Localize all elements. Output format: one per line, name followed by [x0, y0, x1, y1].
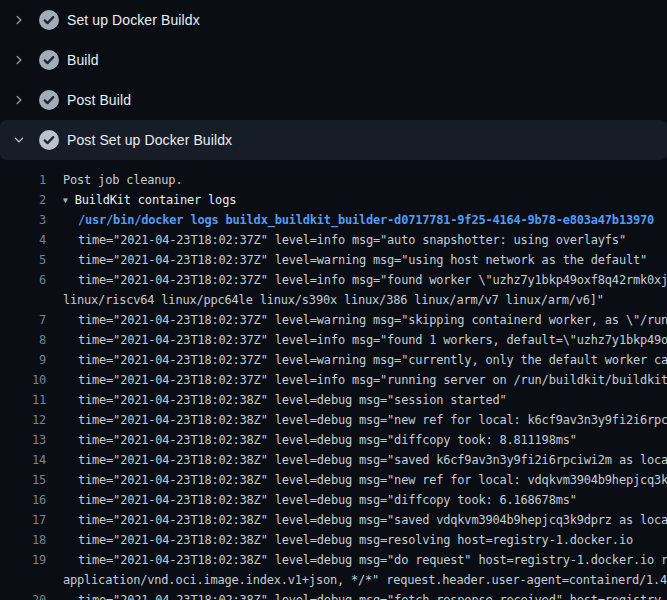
- line-number-link[interactable]: 13: [0, 430, 46, 450]
- log-line: 8time="2021-04-23T18:02:37Z" level=info …: [0, 330, 667, 350]
- log-text: time="2021-04-23T18:02:37Z" level=warnin…: [46, 310, 667, 330]
- log-text: time="2021-04-23T18:02:38Z" level=debug …: [46, 470, 667, 490]
- log-line: 1Post job cleanup.: [0, 170, 667, 190]
- log-line: 11time="2021-04-23T18:02:38Z" level=debu…: [0, 390, 667, 410]
- log-line: 17time="2021-04-23T18:02:38Z" level=debu…: [0, 510, 667, 530]
- log-text: time="2021-04-23T18:02:38Z" level=debug …: [46, 450, 667, 470]
- line-number-link[interactable]: 17: [0, 510, 46, 530]
- line-number-link[interactable]: 11: [0, 390, 46, 410]
- line-number-link[interactable]: 2: [0, 190, 46, 210]
- log-text: time="2021-04-23T18:02:37Z" level=info m…: [46, 370, 667, 390]
- log-text: application/vnd.oci.image.index.v1+json,…: [46, 570, 667, 590]
- log-text: time="2021-04-23T18:02:37Z" level=warnin…: [46, 350, 667, 370]
- log-text: time="2021-04-23T18:02:38Z" level=debug …: [46, 550, 667, 570]
- line-number-link[interactable]: 1: [0, 170, 46, 190]
- log-text: time="2021-04-23T18:02:37Z" level=info m…: [46, 330, 667, 350]
- line-number-link[interactable]: 12: [0, 410, 46, 430]
- line-number-link[interactable]: 16: [0, 490, 46, 510]
- line-number-link[interactable]: 6: [0, 270, 46, 290]
- log-text: time="2021-04-23T18:02:38Z" level=debug …: [46, 390, 507, 410]
- line-number-link[interactable]: 14: [0, 450, 46, 470]
- line-number-link[interactable]: 7: [0, 310, 46, 330]
- log-text: Post job cleanup.: [46, 170, 182, 190]
- chevron-right-icon[interactable]: [13, 14, 25, 26]
- log-line: 5time="2021-04-23T18:02:37Z" level=warni…: [0, 250, 667, 270]
- log-line-continuation: application/vnd.oci.image.index.v1+json,…: [0, 570, 667, 590]
- line-number-link[interactable]: 18: [0, 530, 46, 550]
- step-label: Post Build: [67, 92, 131, 108]
- log-area: 1Post job cleanup.2▼BuildKit container l…: [0, 160, 667, 600]
- step-row-build[interactable]: Build: [0, 40, 667, 80]
- success-check-icon: [39, 10, 59, 30]
- step-row-set-up-docker-buildx[interactable]: Set up Docker Buildx: [0, 0, 667, 40]
- success-check-icon: [39, 90, 59, 110]
- log-text: time="2021-04-23T18:02:38Z" level=debug …: [46, 490, 577, 510]
- log-line: 2▼BuildKit container logs: [0, 190, 667, 210]
- log-text: time="2021-04-23T18:02:37Z" level=info m…: [46, 230, 626, 250]
- chevron-right-icon[interactable]: [13, 54, 25, 66]
- log-line: 9time="2021-04-23T18:02:37Z" level=warni…: [0, 350, 667, 370]
- step-row-post-build[interactable]: Post Build: [0, 80, 667, 120]
- log-text: time="2021-04-23T18:02:38Z" level=debug …: [46, 430, 577, 450]
- step-label: Post Set up Docker Buildx: [67, 132, 232, 148]
- log-group-title[interactable]: BuildKit container logs: [75, 193, 237, 207]
- line-number-link[interactable]: 5: [0, 250, 46, 270]
- steps-list: Set up Docker BuildxBuildPost BuildPost …: [0, 0, 667, 160]
- log-line: 7time="2021-04-23T18:02:37Z" level=warni…: [0, 310, 667, 330]
- log-line: 20time="2021-04-23T18:02:38Z" level=debu…: [0, 590, 667, 600]
- log-group-toggle-icon[interactable]: ▼: [63, 191, 68, 211]
- line-number-link[interactable]: 9: [0, 350, 46, 370]
- step-label: Set up Docker Buildx: [67, 12, 200, 28]
- log-line: 19time="2021-04-23T18:02:38Z" level=debu…: [0, 550, 667, 570]
- line-number-link[interactable]: 4: [0, 230, 46, 250]
- line-number-link: [0, 290, 46, 310]
- log-line: 14time="2021-04-23T18:02:38Z" level=debu…: [0, 450, 667, 470]
- workflow-log-viewer: Set up Docker BuildxBuildPost BuildPost …: [0, 0, 667, 600]
- line-number-link[interactable]: 15: [0, 470, 46, 490]
- step-label: Build: [67, 52, 99, 68]
- chevron-right-icon[interactable]: [13, 94, 25, 106]
- step-row-post-set-up-docker-buildx[interactable]: Post Set up Docker Buildx: [0, 120, 667, 160]
- log-text: time="2021-04-23T18:02:37Z" level=info m…: [46, 270, 667, 290]
- log-line-continuation: linux/riscv64 linux/ppc64le linux/s390x …: [0, 290, 667, 310]
- success-check-icon: [39, 130, 59, 150]
- log-text: time="2021-04-23T18:02:38Z" level=debug …: [46, 590, 667, 600]
- line-number-link[interactable]: 10: [0, 370, 46, 390]
- log-line: 16time="2021-04-23T18:02:38Z" level=debu…: [0, 490, 667, 510]
- log-command-text: /usr/bin/docker logs buildx_buildkit_bui…: [46, 210, 654, 230]
- log-line: 12time="2021-04-23T18:02:38Z" level=debu…: [0, 410, 667, 430]
- log-group-header[interactable]: ▼BuildKit container logs: [46, 190, 236, 210]
- log-text: time="2021-04-23T18:02:38Z" level=debug …: [46, 410, 667, 430]
- log-line: 6time="2021-04-23T18:02:37Z" level=info …: [0, 270, 667, 290]
- line-number-link[interactable]: 19: [0, 550, 46, 570]
- log-text: time="2021-04-23T18:02:37Z" level=warnin…: [46, 250, 647, 270]
- success-check-icon: [39, 50, 59, 70]
- log-text: linux/riscv64 linux/ppc64le linux/s390x …: [46, 290, 604, 310]
- log-line: 10time="2021-04-23T18:02:37Z" level=info…: [0, 370, 667, 390]
- log-line: 18time="2021-04-23T18:02:38Z" level=debu…: [0, 530, 667, 550]
- log-text: time="2021-04-23T18:02:38Z" level=debug …: [46, 510, 667, 530]
- log-line: 4time="2021-04-23T18:02:37Z" level=info …: [0, 230, 667, 250]
- log-line: 3/usr/bin/docker logs buildx_buildkit_bu…: [0, 210, 667, 230]
- line-number-link[interactable]: 3: [0, 210, 46, 230]
- log-line: 13time="2021-04-23T18:02:38Z" level=debu…: [0, 430, 667, 450]
- chevron-down-icon[interactable]: [13, 134, 25, 146]
- line-number-link[interactable]: 8: [0, 330, 46, 350]
- log-text: time="2021-04-23T18:02:38Z" level=debug …: [46, 530, 633, 550]
- log-line: 15time="2021-04-23T18:02:38Z" level=debu…: [0, 470, 667, 490]
- line-number-link: [0, 570, 46, 590]
- line-number-link[interactable]: 20: [0, 590, 46, 600]
